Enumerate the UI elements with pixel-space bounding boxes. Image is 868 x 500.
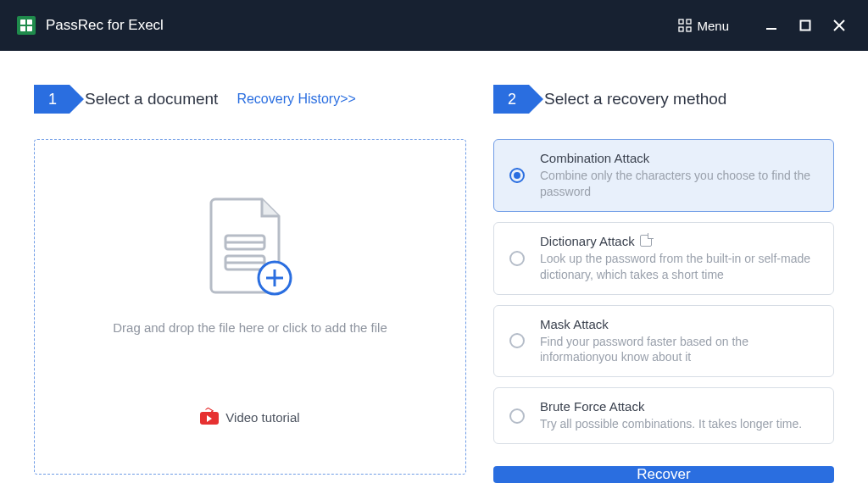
tv-play-icon (200, 409, 219, 425)
radio-icon (509, 333, 525, 348)
recovery-method-list: Combination AttackCombine only the chara… (493, 139, 834, 444)
method-desc: Combine only the characters you choose t… (540, 168, 820, 200)
method-option-1[interactable]: Dictionary AttackLook up the password fr… (493, 222, 834, 295)
close-button[interactable] (822, 8, 856, 42)
titlebar: PassRec for Execl Menu (0, 0, 868, 51)
method-desc: Try all possible combinations. It takes … (540, 416, 820, 432)
recovery-history-link[interactable]: Recovery History>> (236, 92, 356, 107)
svg-rect-2 (679, 27, 683, 31)
step1-header: 1 Select a document Recovery History>> (34, 85, 466, 114)
left-column: 1 Select a document Recovery History>> D… (34, 85, 466, 475)
svg-rect-0 (679, 19, 683, 24)
app-logo-icon (17, 16, 36, 35)
method-option-2[interactable]: Mask AttackFind your password faster bas… (493, 305, 834, 378)
method-option-0[interactable]: Combination AttackCombine only the chara… (493, 139, 834, 212)
recover-button[interactable]: Recover (493, 466, 834, 483)
close-icon (833, 19, 845, 31)
minimize-icon (765, 19, 777, 31)
main-content: 1 Select a document Recovery History>> D… (0, 51, 868, 500)
maximize-button[interactable] (788, 8, 822, 42)
step2-number-badge: 2 (493, 85, 529, 114)
method-title: Dictionary Attack (540, 234, 820, 248)
method-title: Brute Force Attack (540, 399, 820, 414)
file-dropzone[interactable]: Drag and drop the file here or click to … (34, 139, 466, 475)
menu-grid-icon (678, 19, 692, 32)
step1-number-badge: 1 (34, 85, 70, 114)
menu-button[interactable]: Menu (670, 14, 737, 38)
menu-label: Menu (697, 19, 729, 33)
step2-header: 2 Select a recovery method (493, 85, 834, 114)
method-desc: Find your password faster based on the i… (540, 334, 820, 366)
step2-title: Select a recovery method (544, 90, 726, 108)
method-option-3[interactable]: Brute Force AttackTry all possible combi… (493, 387, 834, 444)
document-add-icon (207, 195, 293, 297)
step1-title: Select a document (85, 90, 218, 108)
radio-icon (509, 408, 525, 424)
right-column: 2 Select a recovery method Combination A… (493, 85, 834, 475)
method-title: Combination Attack (540, 151, 820, 165)
radio-icon (509, 251, 525, 266)
method-desc: Look up the password from the built-in o… (540, 251, 820, 283)
maximize-icon (799, 19, 811, 31)
dictionary-file-icon (640, 235, 652, 247)
tutorial-label: Video tutorial (225, 410, 299, 425)
method-title: Mask Attack (540, 317, 820, 331)
dropzone-hint: Drag and drop the file here or click to … (113, 320, 387, 335)
radio-icon (509, 168, 525, 183)
svg-rect-5 (801, 21, 810, 31)
video-tutorial-link[interactable]: Video tutorial (200, 409, 299, 425)
minimize-button[interactable] (754, 8, 788, 42)
svg-rect-1 (687, 19, 691, 24)
app-title: PassRec for Execl (46, 17, 164, 34)
svg-rect-3 (687, 27, 691, 31)
